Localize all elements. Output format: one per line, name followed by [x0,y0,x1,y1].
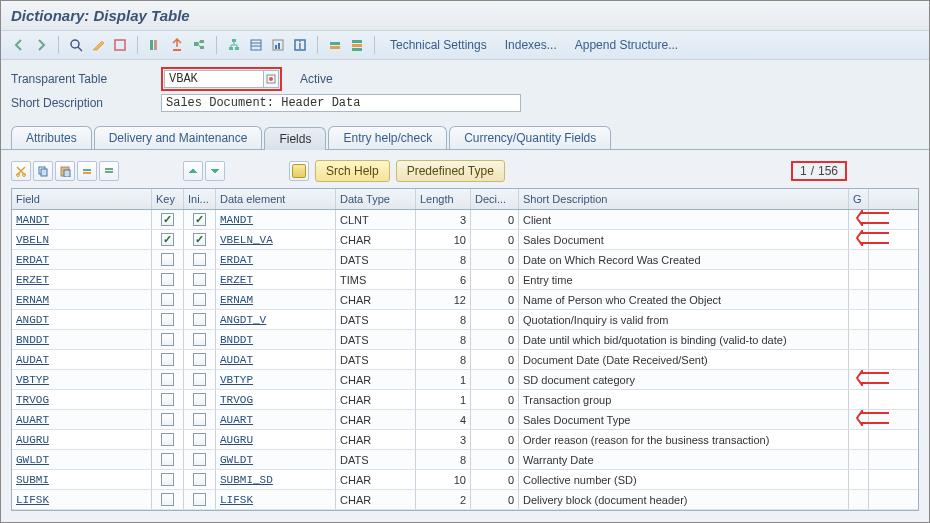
table-row[interactable]: AUARTAUARTCHAR40Sales Document Type [12,410,918,430]
cell-data-element[interactable]: AUDAT [216,350,336,369]
cell-field[interactable]: MANDT [12,210,152,229]
checkbox-icon[interactable] [161,493,174,506]
table-row[interactable]: SUBMISUBMI_SDCHAR100Collective number (S… [12,470,918,490]
col-group[interactable]: G [849,189,869,209]
cell-key[interactable] [152,350,184,369]
insert-row-icon[interactable] [77,161,97,181]
change-icon[interactable] [88,35,108,55]
table-row[interactable]: LIFSKLIFSKCHAR20Delivery block (document… [12,490,918,510]
checkbox-icon[interactable] [161,393,174,406]
cell-data-element[interactable]: SUBMI_SD [216,470,336,489]
info-icon[interactable]: i [290,35,310,55]
checkbox-icon[interactable] [161,213,174,226]
cell-initial[interactable] [184,350,216,369]
checkbox-icon[interactable] [161,313,174,326]
cell-initial[interactable] [184,230,216,249]
cell-field[interactable]: VBELN [12,230,152,249]
append-structure-link[interactable]: Append Structure... [567,38,686,52]
cell-key[interactable] [152,370,184,389]
cell-initial[interactable] [184,290,216,309]
table-row[interactable]: VBELNVBELN_VACHAR100Sales Document [12,230,918,250]
activate-icon[interactable] [167,35,187,55]
cell-data-element[interactable]: VBELN_VA [216,230,336,249]
col-length[interactable]: Length [416,189,471,209]
cell-field[interactable]: VBTYP [12,370,152,389]
cell-key[interactable] [152,250,184,269]
cell-data-element[interactable]: ANGDT_V [216,310,336,329]
table-row[interactable]: ERNAMERNAMCHAR120Name of Person who Crea… [12,290,918,310]
col-key[interactable]: Key [152,189,184,209]
checkbox-icon[interactable] [161,433,174,446]
tab-fields[interactable]: Fields [264,127,326,150]
table-row[interactable]: GWLDTGWLDTDATS80Warranty Date [12,450,918,470]
checkbox-icon[interactable] [161,453,174,466]
table-row[interactable]: VBTYPVBTYPCHAR10SD document category [12,370,918,390]
checkbox-icon[interactable] [161,293,174,306]
cell-field[interactable]: ERDAT [12,250,152,269]
indexes-link[interactable]: Indexes... [497,38,565,52]
append-row-icon[interactable] [325,35,345,55]
checkbox-icon[interactable] [161,473,174,486]
cell-key[interactable] [152,330,184,349]
other-object-icon[interactable] [110,35,130,55]
table-row[interactable]: AUGRUAUGRUCHAR30Order reason (reason for… [12,430,918,450]
table-row[interactable]: ERZETERZETTIMS60Entry time [12,270,918,290]
contents-icon[interactable] [246,35,266,55]
checkbox-icon[interactable] [193,473,206,486]
back-icon[interactable] [9,35,29,55]
cell-key[interactable] [152,290,184,309]
cell-field[interactable]: AUGRU [12,430,152,449]
cut-icon[interactable] [11,161,31,181]
checkbox-icon[interactable] [193,233,206,246]
cell-data-element[interactable]: TRVOG [216,390,336,409]
checkbox-icon[interactable] [161,373,174,386]
cell-data-element[interactable]: AUGRU [216,430,336,449]
display-object-icon[interactable] [66,35,86,55]
col-decimals[interactable]: Deci... [471,189,519,209]
graphic-icon[interactable] [268,35,288,55]
table-row[interactable]: AUDATAUDATDATS80Document Date (Date Rece… [12,350,918,370]
checkbox-icon[interactable] [193,293,206,306]
cell-initial[interactable] [184,250,216,269]
cell-field[interactable]: LIFSK [12,490,152,509]
col-field[interactable]: Field [12,189,152,209]
checkbox-icon[interactable] [193,413,206,426]
checkbox-icon[interactable] [193,213,206,226]
where-used-icon[interactable] [189,35,209,55]
cell-key[interactable] [152,410,184,429]
cell-field[interactable]: GWLDT [12,450,152,469]
trans-table-input[interactable] [164,70,264,88]
cell-data-element[interactable]: LIFSK [216,490,336,509]
cell-initial[interactable] [184,470,216,489]
tab-attributes[interactable]: Attributes [11,126,92,149]
checkbox-icon[interactable] [193,253,206,266]
table-row[interactable]: ANGDTANGDT_VDATS80Quotation/Inquiry is v… [12,310,918,330]
cell-data-element[interactable]: GWLDT [216,450,336,469]
cell-data-element[interactable]: ERNAM [216,290,336,309]
key-icon[interactable] [289,161,309,181]
cell-initial[interactable] [184,330,216,349]
checkbox-icon[interactable] [161,273,174,286]
table-row[interactable]: TRVOGTRVOGCHAR10Transaction group [12,390,918,410]
paste-icon[interactable] [55,161,75,181]
table-row[interactable]: MANDTMANDTCLNT30Client [12,210,918,230]
cell-field[interactable]: ERZET [12,270,152,289]
cell-field[interactable]: SUBMI [12,470,152,489]
cell-field[interactable]: ANGDT [12,310,152,329]
cell-key[interactable] [152,310,184,329]
cell-field[interactable]: TRVOG [12,390,152,409]
checkbox-icon[interactable] [193,353,206,366]
search-help-button[interactable]: Srch Help [315,160,390,182]
cell-initial[interactable] [184,490,216,509]
cell-initial[interactable] [184,450,216,469]
checkbox-icon[interactable] [193,453,206,466]
checkbox-icon[interactable] [193,493,206,506]
cell-data-element[interactable]: MANDT [216,210,336,229]
check-icon[interactable] [145,35,165,55]
forward-icon[interactable] [31,35,51,55]
cell-key[interactable] [152,430,184,449]
technical-settings-link[interactable]: Technical Settings [382,38,495,52]
tab-currency[interactable]: Currency/Quantity Fields [449,126,611,149]
predefined-type-button[interactable]: Predefined Type [396,160,505,182]
cell-field[interactable]: AUART [12,410,152,429]
